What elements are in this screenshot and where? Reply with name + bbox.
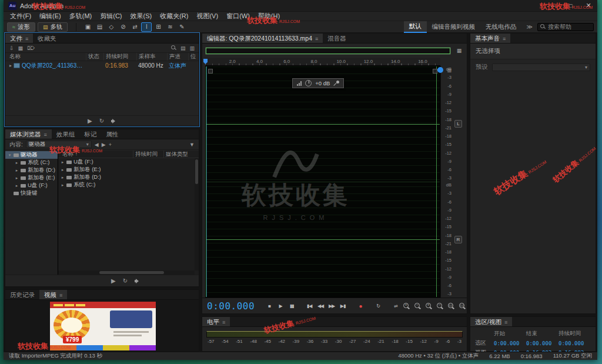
auto-play-speaker-icon[interactable] — [135, 278, 142, 284]
media-panel-tab[interactable]: 效果组≡ — [52, 129, 80, 139]
move-tool-icon[interactable]: ◇ — [106, 22, 116, 32]
media-list-item[interactable]: ▸ 系统 (C:) — [58, 181, 199, 189]
tab-files[interactable]: 文件≡ — [5, 34, 33, 43]
zoom-selection-in-button[interactable]: ▭ — [446, 302, 456, 310]
left-channel-button[interactable]: L — [454, 120, 462, 128]
menu-item[interactable]: 窗口(W) — [222, 12, 254, 21]
menu-item[interactable]: 编辑(E) — [35, 12, 65, 21]
tile-view-icon[interactable]: ▥ — [189, 45, 195, 51]
tree-item[interactable]: ▸ 系统 (C:) — [5, 159, 58, 166]
menu-item[interactable]: 收藏夹(R) — [156, 12, 192, 21]
loop-icon[interactable]: ↻ — [99, 118, 104, 124]
skip-to-end-button[interactable]: ▶▮ — [337, 301, 348, 310]
media-panel-tab[interactable]: 媒体浏览器≡ — [5, 129, 52, 139]
tab-selection-view[interactable]: 选区/视图≡ — [470, 317, 512, 326]
expander-icon[interactable]: ▸ — [15, 176, 19, 181]
tab-mixer[interactable]: 混音器 — [323, 34, 351, 43]
column-header[interactable]: 位 — [188, 53, 196, 61]
minimize-button[interactable]: ─ — [544, 0, 562, 12]
auto-play-speaker-icon[interactable] — [111, 118, 118, 124]
loop-playback-button[interactable]: ↻ — [373, 301, 383, 310]
media-panel-tab[interactable]: 属性≡ — [101, 129, 123, 139]
column-header-duration[interactable]: 持续时间 — [133, 151, 163, 158]
playback-time[interactable]: 0:00.000 — [207, 300, 255, 312]
tree-item[interactable]: ▸ 新加卷 (D:) — [5, 166, 58, 174]
show-video-icon[interactable]: ▤ — [94, 22, 105, 32]
media-list-item[interactable]: ▸ 新加卷 (E:) — [58, 166, 199, 173]
loop-icon[interactable]: ↻ — [123, 278, 128, 284]
play-icon[interactable]: ▶ — [111, 278, 116, 284]
tab-video[interactable]: 视频≡ — [39, 290, 67, 299]
menu-item[interactable]: 帮助(H) — [254, 12, 284, 21]
panel-menu-icon[interactable]: ≡ — [315, 36, 318, 42]
vertical-scrollbar[interactable] — [195, 158, 199, 271]
panel-menu-icon[interactable]: ≡ — [25, 36, 28, 42]
panel-menu-icon[interactable]: ≡ — [503, 36, 506, 42]
zoom-selection-out-button[interactable]: ▭ — [457, 302, 467, 310]
selection-end-value[interactable]: 0:00.000 — [526, 340, 558, 346]
workspace-tab[interactable]: 编辑音频到视频 — [427, 22, 481, 32]
tab-history[interactable]: 历史记录 — [5, 290, 39, 299]
zoom-in-time-button[interactable]: + — [423, 302, 433, 310]
zoom-out-button[interactable]: − — [412, 302, 422, 310]
paintbrush-tool-icon[interactable]: ✎ — [176, 22, 187, 32]
add-shortcut-icon[interactable]: + — [109, 142, 112, 148]
video-poster[interactable]: ¥799 — [50, 302, 156, 350]
column-header-type[interactable]: 媒体类型 — [163, 151, 196, 158]
panel-menu-icon[interactable]: ≡ — [504, 319, 507, 325]
forward-icon[interactable]: ▶ — [102, 142, 106, 148]
expand-arrow-icon[interactable]: ▸ — [9, 63, 12, 68]
selection-duration-value[interactable]: 0:00.000 — [558, 340, 591, 346]
menu-item[interactable]: 视图(V) — [192, 12, 222, 21]
hud-toggle-icon[interactable] — [437, 67, 443, 73]
zoom-out-time-button[interactable]: − — [434, 302, 444, 310]
horizontal-scrollbar[interactable] — [58, 271, 195, 275]
expander-icon[interactable]: ▸ — [15, 183, 19, 188]
volume-hud[interactable]: +0 dB — [292, 78, 344, 88]
tree-item[interactable]: ▸ U盘 (F:) — [5, 182, 58, 189]
pin-icon[interactable] — [333, 81, 339, 86]
workspace-tab[interactable]: 默认 — [404, 21, 427, 33]
scale-options-icon[interactable]: ▥ — [446, 67, 453, 74]
play-button[interactable]: ▶ — [275, 301, 286, 310]
panel-menu-icon[interactable]: ≡ — [44, 132, 47, 138]
tab-favorites[interactable]: 收藏夹 — [33, 34, 61, 43]
panel-menu-icon[interactable]: ≡ — [222, 319, 225, 325]
expander-icon[interactable]: ▸ — [61, 183, 65, 188]
expander-icon[interactable]: ▾ — [8, 153, 12, 158]
column-header[interactable]: 采样率 — [136, 53, 167, 61]
menu-item[interactable]: 效果(S) — [126, 12, 156, 21]
list-view-icon[interactable]: ▤ — [180, 45, 186, 51]
maximize-button[interactable]: □ — [562, 0, 580, 12]
lasso-selection-tool-icon[interactable]: ≋ — [165, 22, 175, 32]
menu-item[interactable]: 多轨(M) — [65, 12, 96, 21]
play-icon[interactable]: ▶ — [88, 118, 92, 124]
tree-item[interactable]: 快捷键 — [5, 189, 58, 197]
expander-icon[interactable]: ▸ — [15, 168, 19, 173]
tree-item[interactable]: ▾ 驱动器 — [5, 151, 58, 159]
overview-range[interactable] — [206, 48, 450, 54]
right-channel-button[interactable]: R — [454, 236, 462, 243]
tab-essential-sound[interactable]: 基本声音≡ — [470, 34, 510, 43]
delete-icon[interactable]: ⌦ — [27, 45, 35, 51]
waveform-display[interactable]: +0 dB — [205, 66, 440, 298]
expander-icon[interactable]: ▸ — [61, 175, 65, 180]
media-list-item[interactable]: ▸ 新加卷 (D:) — [58, 173, 199, 181]
new-file-icon[interactable]: ▦ — [18, 45, 24, 51]
skip-selection-button[interactable]: ⇌ — [390, 301, 401, 310]
selection-start-value[interactable]: 0:00.000 — [494, 340, 526, 346]
search-input[interactable] — [548, 24, 590, 30]
zoom-in-button[interactable]: + — [401, 302, 411, 310]
menu-item[interactable]: 剪辑(C) — [96, 12, 126, 21]
help-search-box[interactable] — [537, 23, 594, 31]
record-button[interactable]: ● — [355, 301, 366, 310]
tree-item[interactable]: ▸ 新加卷 (E:) — [5, 174, 58, 182]
tab-editor[interactable]: 编辑器: QQ录屏20241014113633.mp4≡ — [202, 34, 323, 43]
column-header[interactable]: 状态 — [86, 53, 103, 61]
filter-icon[interactable]: ▼ — [189, 142, 195, 148]
import-file-icon[interactable]: ⇩ — [9, 45, 14, 51]
rewind-button[interactable]: ◀◀ — [315, 301, 326, 310]
more-workspaces-chevron[interactable]: ≫ — [524, 24, 535, 30]
waveform-view-button[interactable]: ≈ 波形 — [7, 22, 35, 32]
expander-icon[interactable]: ▸ — [61, 168, 65, 172]
